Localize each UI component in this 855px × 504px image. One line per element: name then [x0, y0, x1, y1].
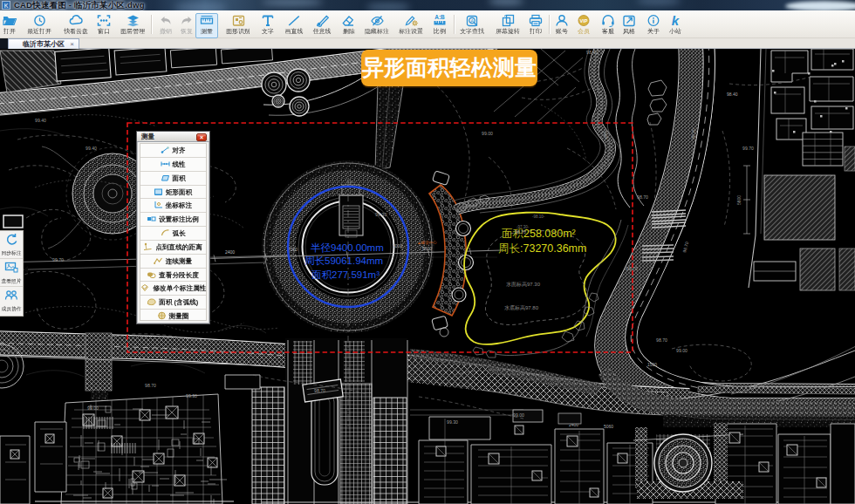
svg-text:99.00: 99.00 [482, 131, 493, 136]
svg-text:7000: 7000 [393, 243, 402, 249]
svg-text:99.40: 99.40 [35, 118, 46, 123]
svg-text:面积277.591m³: 面积277.591m³ [311, 269, 380, 280]
svg-text:98.40: 98.40 [727, 92, 738, 97]
svg-text:面积258.080m²: 面积258.080m² [502, 228, 576, 240]
svg-text:99-30: 99-30 [375, 212, 386, 217]
svg-text:周长:73270.36mm: 周长:73270.36mm [498, 242, 586, 255]
svg-text:99.00: 99.00 [513, 412, 524, 418]
svg-text:水底标高97.80: 水底标高97.80 [504, 304, 539, 311]
svg-text:98.70: 98.70 [515, 229, 526, 235]
svg-text:▲建设中心: ▲建设中心 [417, 240, 437, 245]
svg-text:k: k [672, 14, 680, 27]
svg-text:水面标高97.30: 水面标高97.30 [506, 281, 541, 288]
svg-text:1500: 1500 [647, 362, 657, 367]
svg-text:99.70: 99.70 [742, 146, 754, 151]
svg-text:A:B: A:B [434, 14, 445, 20]
svg-text:98.70: 98.70 [314, 388, 325, 393]
svg-text:98.70: 98.70 [656, 337, 667, 343]
svg-text:99.70: 99.70 [52, 257, 64, 262]
svg-text:5600: 5600 [422, 246, 432, 251]
svg-text:99.40: 99.40 [86, 146, 97, 151]
svg-text:5600: 5600 [736, 195, 742, 205]
svg-text:98.40: 98.40 [690, 128, 696, 140]
svg-text:7000: 7000 [288, 247, 298, 252]
svg-text:5060: 5060 [604, 424, 613, 429]
svg-text:99.30: 99.30 [447, 419, 458, 425]
svg-text:98.70: 98.70 [145, 383, 156, 388]
svg-text:98.70: 98.70 [637, 194, 648, 200]
svg-text:98.40: 98.40 [586, 50, 598, 55]
svg-text:半径9400.00mm: 半径9400.00mm [311, 242, 384, 253]
svg-text:2400: 2400 [225, 249, 235, 255]
svg-text:周长59061.94mm: 周长59061.94mm [304, 255, 383, 266]
svg-text:A: A [470, 18, 474, 24]
svg-text:99.00: 99.00 [676, 348, 687, 353]
svg-text:VIP: VIP [580, 18, 588, 24]
svg-text:99.00: 99.00 [87, 405, 99, 411]
svg-text:-98.10-: -98.10- [532, 215, 545, 219]
svg-text:99.30: 99.30 [186, 393, 197, 398]
